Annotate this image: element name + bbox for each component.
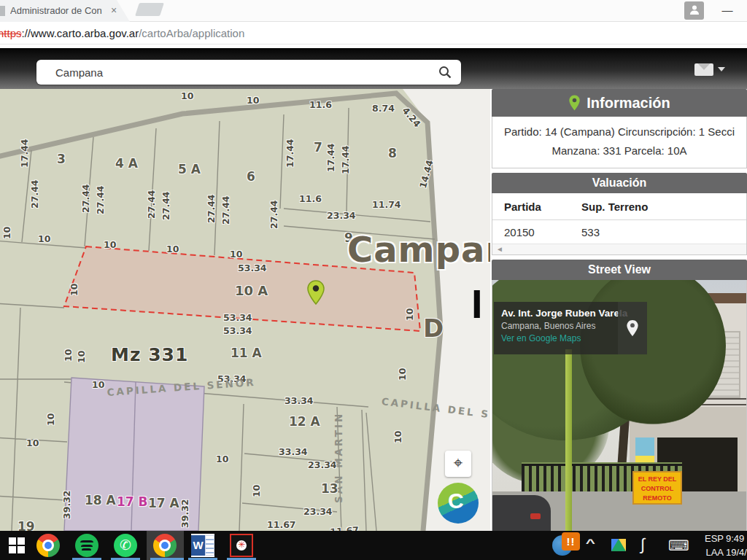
info-panel-body: Partido: 14 (Campana) Circunscripción: 1… xyxy=(492,117,747,168)
map-label: Mz 331 xyxy=(111,344,188,365)
chrome-active-icon[interactable] xyxy=(153,534,177,557)
map-pin-icon xyxy=(306,280,325,308)
map-label: 3 xyxy=(57,152,66,166)
map-label: 13 xyxy=(321,481,338,496)
streetview-title: Street View xyxy=(588,263,651,276)
map-label: 18 A xyxy=(85,493,116,508)
parcel-geometry xyxy=(0,89,490,531)
url-bar[interactable]: https://www.carto.arba.gov.ar/cartoArba/… xyxy=(0,23,747,44)
map-label: 11.6 xyxy=(309,99,332,110)
map-label: 10 A xyxy=(235,283,268,298)
map-label: 11.67 xyxy=(267,519,296,530)
word-icon[interactable]: W xyxy=(191,534,214,557)
chrome-icon[interactable] xyxy=(36,534,60,557)
map-label: 53.34 xyxy=(238,262,267,273)
table-row[interactable]: 20150 533 xyxy=(492,220,746,244)
map-label: I xyxy=(471,280,483,327)
info-panel-header: Información xyxy=(492,89,747,117)
info-line-partido: Partido: 14 (Campana) Circunscripción: 1… xyxy=(492,122,746,141)
map-label: 10 xyxy=(216,454,228,464)
cadastral-map[interactable]: 101011.68.744.2417.4427.44327.4427.444 A… xyxy=(0,89,490,531)
map-label: 17.44 xyxy=(285,139,295,168)
search-icon[interactable] xyxy=(438,65,452,82)
map-label: 53.34 xyxy=(223,325,252,336)
map-label: 10 xyxy=(247,95,259,106)
streetview-panel[interactable]: EL REY DEL CONTROL REMOTO Av. Int. Jorge… xyxy=(492,280,747,537)
search-box[interactable] xyxy=(36,60,461,85)
new-tab-button[interactable] xyxy=(135,3,164,16)
map-label: 10 xyxy=(45,413,56,426)
map-label: 27.44 xyxy=(220,195,231,225)
screen: Administrador de Conte × — https://www.c… xyxy=(0,0,747,560)
signature-tool-icon[interactable]: ∫ xyxy=(640,535,645,554)
map-label: 12 A xyxy=(289,414,320,429)
horizontal-scrollbar[interactable]: ◄ xyxy=(492,244,746,254)
google-maps-link[interactable]: Ver en Google Maps xyxy=(501,333,611,343)
notification-badge[interactable]: !! xyxy=(562,532,580,551)
mail-menu[interactable] xyxy=(694,61,727,77)
map-label: 39.32 xyxy=(61,490,72,519)
map-label: 27.44 xyxy=(29,179,40,209)
map-label: 10 xyxy=(230,249,242,260)
map-label: 23.34 xyxy=(308,459,337,470)
scroll-left-arrow[interactable]: ◄ xyxy=(496,245,503,253)
map-label: 5 A xyxy=(178,162,201,176)
valuacion-table: Partida Sup. Terreno 20150 533 ◄ xyxy=(492,193,747,255)
browser-tab[interactable]: Administrador de Conte × xyxy=(0,0,130,22)
map-label: 23.34 xyxy=(327,210,356,221)
map-label: 10 xyxy=(166,244,179,254)
map-label: 10 xyxy=(251,485,262,497)
streetview-pin-button[interactable] xyxy=(618,302,647,354)
valuacion-header-row: Partida Sup. Terreno xyxy=(492,193,746,220)
map-label: 33.34 xyxy=(279,446,308,457)
url-host: ://www.carto.arba.gov.ar xyxy=(22,27,139,39)
store-sign: EL REY DEL CONTROL REMOTO xyxy=(632,471,682,505)
street-pole xyxy=(565,349,572,532)
map-label: 33.34 xyxy=(285,395,314,406)
map-label: 10 xyxy=(181,90,193,101)
whatsapp-icon[interactable]: ✆ xyxy=(114,534,137,557)
tab-close-icon[interactable]: × xyxy=(111,4,117,16)
map-label: 17 B xyxy=(117,494,148,509)
col-partida: Partida xyxy=(492,201,581,213)
map-label: 27.44 xyxy=(80,184,91,213)
tray-expand-chevron[interactable]: ^ xyxy=(586,537,595,549)
mail-icon xyxy=(694,63,713,76)
keyboard-icon[interactable]: ⌨ xyxy=(668,537,689,554)
map-label: 7 xyxy=(314,140,322,155)
map-label: 8.74 xyxy=(372,103,395,114)
minimize-button[interactable]: — xyxy=(719,2,735,18)
map-label: 10 xyxy=(26,438,39,448)
taskbar: ✆ W !! ^ ∫ ⌨ ESP LAA 9:49 19/4/ xyxy=(0,531,747,560)
map-label: 10 xyxy=(38,233,50,244)
spotify-icon[interactable] xyxy=(75,534,98,557)
map-label: 11.74 xyxy=(372,199,401,210)
map-label: 53.34 xyxy=(223,312,252,323)
location-pin-icon xyxy=(626,319,639,337)
map-label: 27.44 xyxy=(95,185,106,214)
url-text: https://www.carto.arba.gov.ar/cartoArba/… xyxy=(0,27,244,39)
map-label: 10 xyxy=(404,308,415,321)
map-label: 4 A xyxy=(115,156,138,171)
map-label: 11 A xyxy=(231,346,262,360)
streetview-address: Av. Int. Jorge Ruben Varela xyxy=(501,308,611,319)
map-label: 10 xyxy=(63,349,74,362)
map-label: 19 xyxy=(18,519,35,531)
search-input[interactable] xyxy=(55,60,420,85)
google-drive-icon[interactable] xyxy=(611,539,626,551)
chevron-down-icon xyxy=(718,67,725,71)
locate-me-button[interactable]: ⌖ xyxy=(445,451,471,477)
clock[interactable]: 9:49 19/4/ xyxy=(726,532,747,559)
map-label: 10 xyxy=(69,284,80,296)
map-label: 10 xyxy=(1,227,12,239)
acrobat-icon[interactable] xyxy=(230,534,253,557)
language-indicator[interactable]: ESP LAA xyxy=(693,532,724,559)
profile-icon[interactable] xyxy=(684,1,704,20)
map-label: 17 A xyxy=(148,496,179,510)
start-button[interactable] xyxy=(9,537,25,553)
tab-favicon-fragment xyxy=(0,6,5,16)
map-label: 10 xyxy=(92,379,104,390)
info-line-manzana: Manzana: 331 Parcela: 10A xyxy=(492,141,746,160)
map-label: 10 xyxy=(104,239,116,250)
valuacion-title: Valuación xyxy=(592,176,647,190)
